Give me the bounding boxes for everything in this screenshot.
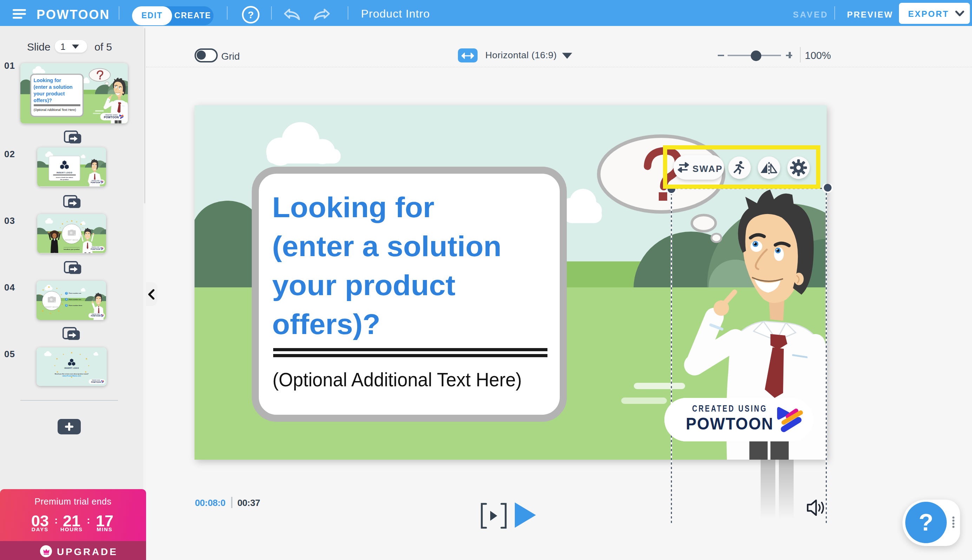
svg-text:?: ? <box>247 10 254 20</box>
